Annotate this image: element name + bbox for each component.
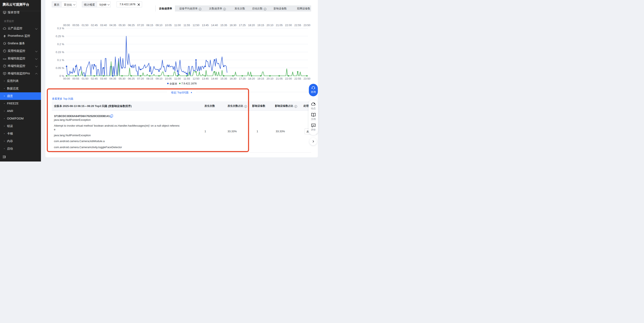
svg-text:RUM: RUM (3, 58, 6, 60)
